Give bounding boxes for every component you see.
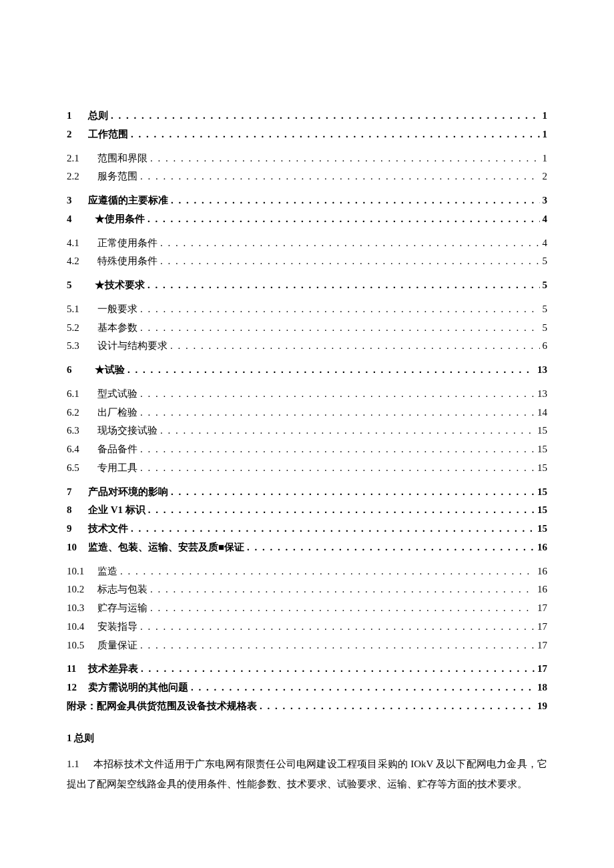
toc-entry-number: 6.2: [67, 404, 97, 422]
toc-entry-page: 5: [540, 319, 548, 338]
toc-leader-dots: [127, 361, 535, 380]
toc-entry-main: 10监造、包装、运输、安芸及质■保证16: [67, 538, 547, 557]
toc-entry-page: 17: [535, 618, 547, 636]
toc-entry-number: 6: [67, 361, 95, 380]
table-of-contents: 1总则12工作范围12.1范围和界限12.2服务范围23应遵循的主要标准34★使…: [67, 107, 547, 716]
toc-entry-title: 备品备件: [97, 440, 140, 459]
toc-leader-dots: [120, 562, 535, 581]
toc-entry-number: 4.2: [67, 252, 97, 271]
toc-leader-dots: [191, 679, 535, 697]
toc-entry-page: 5: [540, 300, 548, 319]
toc-entry-page: 16: [535, 538, 547, 557]
toc-entry-title: 应遵循的主要标准: [88, 191, 171, 210]
toc-entry-page: 19: [535, 697, 547, 716]
toc-entry-title: 一般要求: [97, 300, 140, 319]
toc-entry-number: 2.2: [67, 167, 97, 186]
toc-entry-number: 3: [67, 191, 88, 210]
paragraph-number: 1.1: [67, 754, 91, 774]
toc-entry-main: 7产品对环境的影响15: [67, 483, 547, 502]
toc-entry-page: 1: [540, 149, 548, 168]
toc-entry-sub: 6.1型式试验13: [67, 385, 547, 404]
toc-leader-dots: [141, 660, 535, 679]
toc-entry-sub: 5.2基本参数5: [67, 319, 547, 338]
toc-entry-page: 15: [535, 501, 547, 520]
toc-leader-dots: [131, 125, 540, 144]
body-paragraph: 1.1 本招标技术文件适用于广东电网有限责任公司电网建设工程项目采购的 IOkV…: [67, 754, 547, 794]
toc-entry-sub: 6.3现场交接试验15: [67, 422, 547, 440]
toc-entry-page: 15: [535, 520, 547, 538]
section-heading: 1 总则: [67, 732, 547, 745]
toc-entry-sub: 6.2出厂检验14: [67, 404, 547, 422]
toc-entry-title: 总则: [88, 107, 111, 125]
toc-leader-dots: [160, 422, 535, 440]
toc-entry-page: 17: [535, 599, 547, 618]
paragraph-text: 本招标技术文件适用于广东电网有限责任公司电网建设工程项目采购的 IOkV 及以下…: [67, 759, 547, 789]
toc-entry-title: 工作范围: [88, 125, 131, 144]
toc-entry-number: 4: [67, 210, 95, 229]
toc-entry-number: 11: [67, 660, 88, 679]
toc-entry-number: 10.2: [67, 580, 97, 599]
toc-leader-dots: [111, 107, 540, 125]
toc-entry-page: 17: [535, 636, 547, 655]
toc-entry-main: 8企业 V1 标识15: [67, 501, 547, 520]
toc-entry-title: ★使用条件: [95, 210, 147, 229]
toc-leader-dots: [140, 385, 535, 404]
toc-entry-title: 现场交接试验: [97, 422, 160, 440]
toc-entry-title: 型式试验: [97, 385, 140, 404]
toc-leader-dots: [150, 149, 540, 168]
toc-entry-number: 6.4: [67, 440, 97, 459]
toc-leader-dots: [140, 404, 535, 422]
toc-leader-dots: [147, 210, 540, 229]
toc-entry-page: 16: [535, 580, 547, 599]
toc-entry-number: 10.4: [67, 618, 97, 636]
toc-entry-page: 14: [535, 404, 547, 422]
toc-entry-page: 15: [535, 483, 547, 502]
toc-entry-title: 专用工具: [97, 459, 140, 478]
toc-entry-page: 15: [535, 440, 547, 459]
toc-entry-sub: 2.2服务范围2: [67, 167, 547, 186]
toc-leader-dots: [140, 440, 535, 459]
toc-entry-title: 基本参数: [97, 319, 140, 338]
toc-leader-dots: [140, 459, 535, 478]
toc-leader-dots: [140, 300, 540, 319]
toc-entry-number: 9: [67, 520, 88, 538]
toc-entry-page: 13: [535, 385, 547, 404]
toc-entry-title: 标志与包装: [97, 580, 150, 599]
toc-entry-title: 服务范围: [97, 167, 140, 186]
toc-entry-main: 5★技术要求5: [67, 276, 547, 295]
toc-leader-dots: [170, 337, 540, 356]
toc-entry-title: 质量保证: [97, 636, 140, 655]
toc-entry-title: 出厂检验: [97, 404, 140, 422]
heading-number: 1: [67, 733, 72, 743]
toc-leader-dots: [260, 697, 535, 716]
toc-entry-number: 10: [67, 538, 88, 557]
toc-entry-number: 12: [67, 679, 88, 697]
toc-leader-dots: [140, 319, 540, 338]
toc-entry-number: 5.2: [67, 319, 97, 338]
toc-entry-main: 9技术文件15: [67, 520, 547, 538]
toc-entry-page: 5: [540, 276, 548, 295]
toc-entry-sub: 10.4安装指导17: [67, 618, 547, 636]
toc-entry-page: 5: [540, 252, 548, 271]
toc-leader-dots: [160, 234, 540, 253]
toc-entry-main: 1总则1: [67, 107, 547, 125]
toc-entry-main: 附录：配网金具供货范围及设备技术规格表19: [67, 697, 547, 716]
toc-entry-title: ★技术要求: [95, 276, 147, 295]
toc-entry-title: 卖方需说明的其他问题: [88, 679, 191, 697]
toc-entry-sub: 5.3设计与结构要求6: [67, 337, 547, 356]
toc-entry-page: 6: [540, 337, 548, 356]
toc-entry-number: 1: [67, 107, 88, 125]
toc-leader-dots: [171, 191, 540, 210]
toc-entry-page: 3: [540, 191, 548, 210]
toc-entry-number: 5.3: [67, 337, 97, 356]
toc-entry-page: 1: [540, 125, 548, 144]
toc-leader-dots: [140, 618, 535, 636]
toc-entry-title: 贮存与运输: [97, 599, 150, 618]
heading-title: 总则: [74, 733, 94, 743]
toc-entry-page: 2: [540, 167, 548, 186]
toc-entry-sub: 10.2标志与包装16: [67, 580, 547, 599]
toc-entry-number: 5: [67, 276, 95, 295]
toc-entry-number: 5.1: [67, 300, 97, 319]
toc-entry-title: 安装指导: [97, 618, 140, 636]
toc-entry-page: 15: [535, 459, 547, 478]
